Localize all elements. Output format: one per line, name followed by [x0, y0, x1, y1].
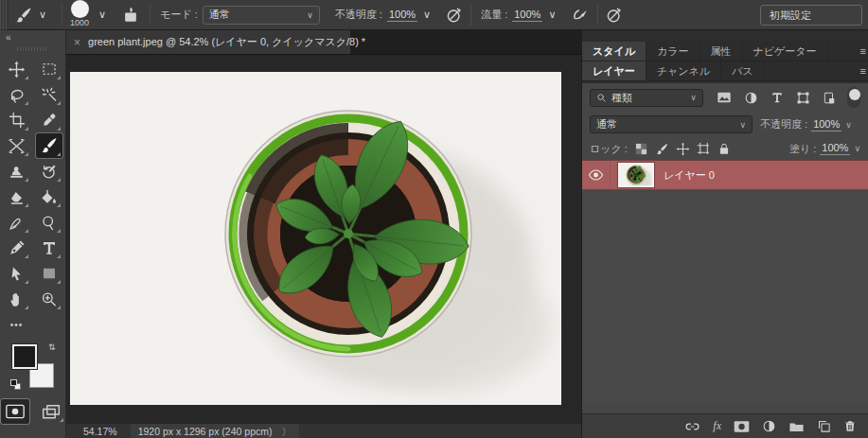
filter-type-icon[interactable] — [771, 91, 784, 104]
chevron-down-icon: ∨ — [307, 10, 313, 20]
options-bar: ∨ 1000 ∨ モード : 通常 ∨ 不透明度 : 100% ∨ 流量 : 1… — [0, 0, 868, 30]
path-select-tool[interactable] — [4, 261, 30, 286]
filter-shape-icon[interactable] — [796, 91, 810, 105]
filter-toggle-switch[interactable] — [847, 87, 860, 108]
crop-tool[interactable] — [4, 108, 30, 132]
panel-dock: スタイル カラー 属性 ナビゲーター ≡ レイヤー チャンネル パス ≡ 種類 … — [581, 30, 868, 438]
layers-empty-area[interactable] — [582, 190, 868, 405]
history-brush-tool[interactable] — [36, 159, 62, 184]
document-info[interactable]: 1920 px x 1296 px (240 ppcm) 〉 — [131, 424, 299, 438]
tab-paths[interactable]: パス — [721, 61, 765, 80]
shape-tool[interactable] — [36, 261, 62, 286]
lasso-tool[interactable] — [4, 82, 30, 107]
spot-healing-brush-tool[interactable] — [4, 133, 30, 158]
tab-navigator[interactable]: ナビゲーター — [743, 42, 828, 61]
layers-footer: fx — [582, 413, 868, 438]
quick-mask-button[interactable] — [1, 399, 29, 424]
document-tab[interactable]: × green plant.jpeg @ 54.2% (レイヤー 0, クイック… — [66, 30, 350, 54]
pen-tool[interactable] — [4, 236, 30, 260]
layer-filter-select[interactable]: 種類 ∨ — [590, 89, 703, 107]
options-bar-grip[interactable] — [0, 0, 9, 30]
new-group-icon[interactable] — [788, 420, 805, 433]
filter-adjustment-icon[interactable] — [744, 91, 758, 105]
flow-value[interactable]: 100% — [512, 9, 542, 22]
canvas-viewport[interactable] — [66, 55, 581, 423]
zoom-tool[interactable] — [36, 287, 62, 311]
paint-bucket-tool[interactable] — [36, 184, 62, 209]
eraser-tool[interactable] — [4, 184, 30, 209]
mode-label: モード : — [160, 8, 198, 22]
document-tab-bar: × green plant.jpeg @ 54.2% (レイヤー 0, クイック… — [66, 30, 581, 55]
pressure-size-button[interactable] — [602, 0, 627, 30]
hand-tool[interactable] — [4, 287, 30, 311]
filter-image-icon[interactable] — [717, 91, 732, 104]
brush-tool[interactable] — [36, 133, 62, 158]
tools-panel: « ••• ⇅ — [0, 30, 66, 438]
chevron-down-icon[interactable]: ∨ — [93, 6, 112, 25]
chevron-down-icon[interactable]: ∨ — [542, 6, 561, 25]
pressure-opacity-button[interactable] — [442, 0, 467, 30]
eyedropper-tool[interactable] — [36, 108, 62, 132]
tab-styles[interactable]: スタイル — [582, 42, 647, 61]
layer-row[interactable]: レイヤー 0 — [582, 160, 868, 190]
layer-thumbnail[interactable] — [618, 163, 654, 187]
edit-toolbar-button[interactable]: ••• — [4, 312, 30, 337]
lock-pixels-icon[interactable] — [655, 142, 669, 156]
tab-color[interactable]: カラー — [647, 42, 700, 61]
tab-properties[interactable]: 属性 — [700, 42, 743, 61]
default-colors-icon[interactable] — [10, 379, 21, 390]
tool-preset-picker[interactable]: ∨ — [9, 0, 58, 30]
layer-visibility-toggle[interactable] — [582, 161, 611, 189]
chevron-down-icon[interactable]: ∨ — [854, 144, 860, 153]
dodge-tool[interactable] — [36, 210, 62, 235]
move-tool[interactable] — [4, 57, 30, 81]
airbrush-button[interactable] — [567, 0, 593, 30]
smudge-tool[interactable] — [4, 210, 30, 235]
magic-wand-tool[interactable] — [36, 82, 62, 107]
filter-smart-object-icon[interactable] — [823, 91, 836, 105]
swap-colors-icon[interactable]: ⇅ — [48, 342, 56, 352]
close-icon[interactable]: × — [74, 36, 80, 49]
collapse-panel-button[interactable]: « — [0, 30, 65, 45]
type-tool[interactable] — [36, 236, 62, 260]
lock-all-icon[interactable] — [717, 142, 731, 156]
foreground-color-swatch[interactable] — [12, 344, 37, 369]
brush-size-preview[interactable]: 1000 — [68, 0, 91, 30]
blend-mode-select[interactable]: 通常 ∨ — [590, 115, 753, 133]
fill-value[interactable]: 100% — [820, 142, 850, 155]
chevron-down-icon: ∨ — [739, 120, 746, 130]
new-layer-icon[interactable] — [817, 419, 831, 433]
mode-select[interactable]: 通常 ∨ — [203, 6, 320, 25]
document-dimensions: 1920 px x 1296 px (240 ppcm) — [138, 424, 273, 438]
panel-grip[interactable] — [17, 45, 48, 53]
chevron-down-icon: ∨ — [33, 6, 52, 25]
opacity-value[interactable]: 100% — [387, 9, 417, 22]
panel-menu-icon[interactable]: ≡ — [860, 65, 866, 77]
tab-layers[interactable]: レイヤー — [582, 61, 647, 80]
add-mask-icon[interactable] — [734, 420, 750, 433]
blend-mode-control: モード : 通常 ∨ — [154, 0, 326, 30]
screen-mode-button[interactable] — [37, 399, 65, 424]
adjustment-layer-icon[interactable] — [762, 419, 776, 433]
layer-opacity-value[interactable]: 100% — [811, 118, 841, 131]
chevron-down-icon[interactable]: ∨ — [417, 6, 436, 25]
chevron-down-icon[interactable]: ∨ — [845, 120, 852, 130]
layer-opacity-label: 不透明度 : — [760, 117, 807, 131]
layer-style-icon[interactable]: fx — [713, 419, 721, 433]
tab-channels[interactable]: チャンネル — [647, 61, 721, 80]
layer-name[interactable]: レイヤー 0 — [664, 168, 715, 183]
clone-stamp-tool[interactable] — [4, 159, 30, 184]
lock-position-icon[interactable] — [676, 142, 690, 156]
document-area: × green plant.jpeg @ 54.2% (レイヤー 0, クイック… — [66, 30, 581, 438]
zoom-level-field[interactable]: 54.17% — [66, 426, 131, 437]
link-layers-icon[interactable] — [684, 420, 700, 433]
workspace-preset-button[interactable]: 初期設定 — [760, 5, 862, 26]
toggle-brush-panel-button[interactable] — [115, 0, 146, 30]
lock-transparency-icon[interactable] — [634, 142, 648, 156]
lock-artboard-icon[interactable] — [697, 142, 711, 156]
marquee-tool[interactable] — [36, 57, 62, 81]
panel-menu-icon[interactable]: ≡ — [860, 45, 866, 57]
lock-label: ロック : — [590, 142, 628, 156]
delete-layer-icon[interactable] — [843, 419, 857, 433]
flow-label: 流量 : — [481, 8, 507, 22]
